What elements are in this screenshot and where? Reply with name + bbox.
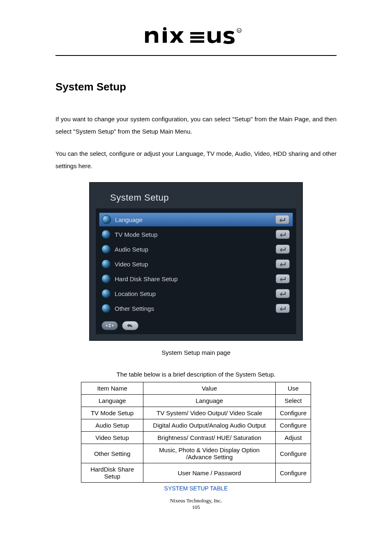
globe-icon xyxy=(102,215,111,224)
table-row: Other Setting Music, Photo & Video Displ… xyxy=(81,444,311,463)
table-row: Video Setup Brightness/ Contrast/ HUE/ S… xyxy=(81,432,311,444)
brand-logo: R xyxy=(55,0,337,55)
svg-point-0 xyxy=(163,27,166,30)
svg-marker-8 xyxy=(112,324,114,327)
svg-marker-10 xyxy=(108,326,111,328)
table-row: Audio Setup Digital Audio Output/Analog … xyxy=(81,419,311,432)
cell-use: Configure xyxy=(275,444,311,463)
globe-icon xyxy=(101,274,111,283)
menu-item-label: Language xyxy=(115,216,275,223)
intro-paragraph-2: You can the select, configure or adjust … xyxy=(55,148,337,172)
menu-item-location-setup[interactable]: Location Setup xyxy=(99,287,293,301)
cell-value: User Name / Password xyxy=(143,463,276,483)
cell-use: Select xyxy=(275,395,311,407)
screenshot-footer-hints xyxy=(99,316,293,331)
globe-icon xyxy=(101,289,111,298)
menu-item-tv-mode-setup[interactable]: TV Mode Setup xyxy=(99,227,293,241)
col-value: Value xyxy=(143,382,276,395)
enter-icon xyxy=(276,289,290,298)
cell-item-name: Video Setup xyxy=(81,432,143,444)
cell-value: Music, Photo & Video Display Option /Adv… xyxy=(143,444,276,463)
page-footer: Nixeus Technology, Inc. 105 xyxy=(55,497,337,511)
cell-item-name: HardDisk Share Setup xyxy=(81,463,143,483)
menu-item-video-setup[interactable]: Video Setup xyxy=(99,257,293,271)
enter-icon xyxy=(276,274,290,283)
table-caption: SYSTEM SETUP TABLE xyxy=(55,485,337,492)
enter-icon xyxy=(276,230,290,239)
globe-icon xyxy=(101,245,111,254)
cell-value: TV System/ Video Output/ Video Scale xyxy=(143,407,276,419)
enter-icon xyxy=(276,245,290,254)
globe-icon xyxy=(101,230,111,239)
svg-text:R: R xyxy=(238,30,240,32)
enter-icon xyxy=(276,259,290,268)
svg-marker-9 xyxy=(108,324,111,325)
svg-rect-3 xyxy=(190,36,204,39)
menu-item-label: Location Setup xyxy=(115,290,276,297)
menu-item-label: Video Setup xyxy=(115,261,276,268)
cell-use: Configure xyxy=(275,407,311,419)
table-row: TV Mode Setup TV System/ Video Output/ V… xyxy=(81,407,311,419)
cell-item-name: Other Setting xyxy=(81,444,143,463)
globe-icon xyxy=(101,304,111,313)
cell-item-name: Audio Setup xyxy=(81,419,143,432)
cell-use: Configure xyxy=(275,419,311,432)
nav-dpad-icon xyxy=(101,321,118,330)
col-use: Use xyxy=(275,382,311,395)
screenshot-title: System Setup xyxy=(95,188,297,208)
menu-item-audio-setup[interactable]: Audio Setup xyxy=(99,242,293,256)
cell-value: Digital Audio Output/Analog Audio Output xyxy=(143,419,276,432)
screenshot-menu: Language TV Mode Setup Audio Setup xyxy=(95,208,297,335)
enter-icon xyxy=(275,215,289,224)
col-item-name: Item Name xyxy=(81,382,143,395)
system-setup-table: Item Name Value Use Language Language Se… xyxy=(81,382,311,483)
footer-page-number: 105 xyxy=(55,504,337,511)
svg-rect-1 xyxy=(163,31,167,43)
cell-item-name: Language xyxy=(81,395,143,407)
menu-item-hard-disk-share-setup[interactable]: Hard Disk Share Setup xyxy=(99,272,293,286)
cell-use: Configure xyxy=(275,463,311,483)
table-row: HardDisk Share Setup User Name / Passwor… xyxy=(81,463,311,483)
table-row: Language Language Select xyxy=(81,395,311,407)
svg-rect-2 xyxy=(190,32,204,35)
cell-item-name: TV Mode Setup xyxy=(81,407,143,419)
table-intro-text: The table below is a brief description o… xyxy=(55,371,337,378)
system-setup-screenshot: System Setup Language TV Mode Setup Audi… xyxy=(89,182,303,341)
svg-marker-7 xyxy=(106,324,107,327)
globe-icon xyxy=(101,259,111,268)
back-icon xyxy=(122,321,138,330)
page-title: System Setup xyxy=(55,81,337,93)
screenshot-caption: System Setup main page xyxy=(55,349,337,356)
intro-paragraph-1: If you want to change your system config… xyxy=(55,113,337,138)
menu-item-label: Hard Disk Share Setup xyxy=(115,275,276,282)
table-header-row: Item Name Value Use xyxy=(81,382,311,395)
footer-company: Nixeus Technology, Inc. xyxy=(170,497,222,504)
menu-item-label: Other Settings xyxy=(115,305,276,312)
cell-value: Brightness/ Contrast/ HUE/ Saturation xyxy=(143,432,276,444)
menu-item-label: TV Mode Setup xyxy=(115,231,276,238)
menu-item-label: Audio Setup xyxy=(115,246,276,253)
svg-rect-4 xyxy=(190,40,204,43)
enter-icon xyxy=(276,304,290,313)
header-rule xyxy=(55,55,337,56)
cell-use: Adjust xyxy=(275,432,311,444)
cell-value: Language xyxy=(143,395,276,407)
menu-item-other-settings[interactable]: Other Settings xyxy=(99,301,293,315)
menu-item-language[interactable]: Language xyxy=(99,213,293,227)
